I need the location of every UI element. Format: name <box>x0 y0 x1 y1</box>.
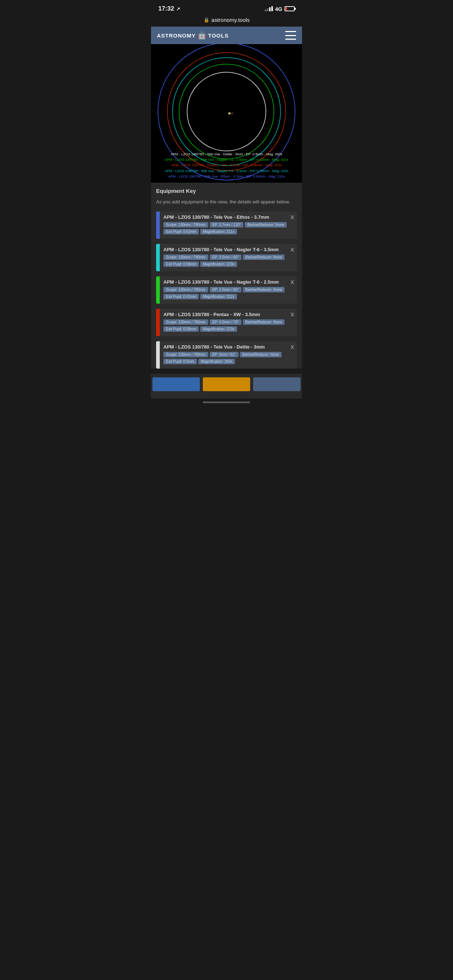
eq-close-delite[interactable]: X <box>291 344 294 350</box>
eq-tag-mag-n25: Magnification: 312x <box>200 294 237 299</box>
svg-point-2 <box>172 57 281 165</box>
eq-content-nagler-35: APM - LZOS 130/780 - Tele Vue - Nagler T… <box>160 244 297 271</box>
signal-bars <box>265 6 273 11</box>
eq-color-ethos <box>156 212 160 239</box>
equipment-key-header: Equipment Key <box>156 188 297 194</box>
equipment-key-desc: As you add equipment to the view, the de… <box>156 198 297 205</box>
eq-tag-scope-dl: Scope: 130mm / 780mm <box>163 352 208 357</box>
eq-tag-scope-n25: Scope: 130mm / 780mm <box>163 287 208 293</box>
bottom-tab-3[interactable] <box>253 377 301 391</box>
svg-point-5 <box>228 112 231 115</box>
eq-tag-barlow: Barlow/Reducer: None <box>245 222 287 228</box>
fov-canvas: APM - LZOS 130/780 - Tele Vue - Delite -… <box>151 44 302 183</box>
eq-tag-scope-n35: Scope: 130mm / 780mm <box>163 255 208 260</box>
eq-tags-pentax: Scope: 130mm / 780mm EP: 3.5mm / 70° Bar… <box>163 320 293 332</box>
location-icon: ↗ <box>176 6 180 12</box>
equipment-item-nagler-25: APM - LZOS 130/780 - Tele Vue - Nagler T… <box>156 276 297 304</box>
eq-content-pentax: APM - LZOS 130/780 - Pentax - XW - 3.5mm… <box>160 309 297 336</box>
eq-content-ethos: APM - LZOS 130/780 - Tele Vue - Ethos - … <box>160 212 297 239</box>
eq-tag-mag-n35: Magnification: 223x <box>200 261 237 267</box>
status-icons: 4G <box>265 6 295 12</box>
fov-label-nagler-25: APM - LZOS 130/780 - Tele Vue - Nagler T… <box>151 157 302 162</box>
eq-tag-mag: Magnification: 211x <box>200 229 237 234</box>
home-indicator-bar <box>203 401 250 403</box>
eq-close-pentax[interactable]: X <box>291 312 294 318</box>
equipment-item-pentax: APM - LZOS 130/780 - Pentax - XW - 3.5mm… <box>156 309 297 336</box>
svg-point-3 <box>179 64 274 159</box>
eq-tag-scope-px: Scope: 130mm / 780mm <box>163 320 208 325</box>
svg-point-6 <box>231 113 233 114</box>
eq-content-delite: APM - LZOS 130/780 - Tele Vue - Delite -… <box>160 341 297 369</box>
eq-title-pentax: APM - LZOS 130/780 - Pentax - XW - 3.5mm <box>163 312 293 317</box>
eq-tags-nagler-25: Scope: 130mm / 780mm EP: 2.5mm / 82° Bar… <box>163 287 293 299</box>
fov-labels: APM - LZOS 130/780 - Tele Vue - Delite -… <box>151 151 302 179</box>
eq-color-nagler-35 <box>156 244 160 271</box>
bottom-tab-2[interactable] <box>203 377 250 391</box>
eq-tag-ep-px: EP: 3.5mm / 70° <box>210 320 241 325</box>
eq-tag-scope: Scope: 130mm / 780mm <box>163 222 208 228</box>
battery-icon <box>284 6 295 11</box>
eq-tags-ethos: Scope: 130mm / 780mm EP: 3.7mm / 110° Ba… <box>163 222 293 234</box>
eq-close-nagler-35[interactable]: X <box>291 247 294 253</box>
eq-title-delite: APM - LZOS 130/780 - Tele Vue - Delite -… <box>163 344 293 350</box>
bottom-tabs <box>151 374 302 398</box>
url-text[interactable]: astronomy.tools <box>212 17 250 23</box>
eq-color-nagler-25 <box>156 276 160 304</box>
fov-label-pentax: APM - LZOS 130/780 - Pentax - XW - 3.5mm… <box>151 162 302 168</box>
robot-icon: 🤖 <box>197 31 207 40</box>
equipment-item-ethos: APM - LZOS 130/780 - Tele Vue - Ethos - … <box>156 212 297 239</box>
logo-text-2: TOOLS <box>208 32 229 39</box>
svg-point-4 <box>187 72 266 151</box>
eq-tag-exit-pupil-px: Exit Pupil: 0.58mm <box>163 326 199 332</box>
eq-title-nagler-25: APM - LZOS 130/780 - Tele Vue - Nagler T… <box>163 279 293 285</box>
nav-header: ASTRONOMY 🤖 TOOLS <box>151 27 302 44</box>
status-time: 17:32 <box>158 5 174 13</box>
eq-tag-barlow-px: Barlow/Reducer: None <box>243 320 285 325</box>
eq-tag-mag-px: Magnification: 223x <box>200 326 237 332</box>
address-bar: 🔒 astronomy.tools <box>151 15 302 27</box>
eq-tag-ep-dl: EP: 3mm / 62° <box>210 352 239 357</box>
eq-tag-barlow-n35: Barlow/Reducer: None <box>243 255 285 260</box>
network-type: 4G <box>275 6 282 12</box>
eq-tag-exit-pupil-dl: Exit Pupil: 0.5mm <box>163 359 197 364</box>
eq-tag-barlow-dl: Barlow/Reducer: None <box>240 352 282 357</box>
eq-close-ethos[interactable]: X <box>291 215 294 220</box>
eq-color-delite <box>156 341 160 369</box>
equipment-item-nagler-35: APM - LZOS 130/780 - Tele Vue - Nagler T… <box>156 244 297 271</box>
eq-close-nagler-25[interactable]: X <box>291 279 294 285</box>
eq-tag-barlow-n25: Barlow/Reducer: None <box>243 287 285 293</box>
eq-tag-ep: EP: 3.7mm / 110° <box>210 222 243 228</box>
eq-color-pentax <box>156 309 160 336</box>
eq-content-nagler-25: APM - LZOS 130/780 - Tele Vue - Nagler T… <box>160 276 297 304</box>
eq-tag-mag-dl: Magnification: 260x <box>198 359 235 364</box>
eq-tag-exit-pupil-n25: Exit Pupil: 0.42mm <box>163 294 199 299</box>
eq-tags-nagler-35: Scope: 130mm / 780mm EP: 3.5mm / 82° Bar… <box>163 255 293 267</box>
fov-label-delite: APM - LZOS 130/780 - Tele Vue - Delite -… <box>151 151 302 157</box>
eq-tag-exit-pupil-n35: Exit Pupil: 0.58mm <box>163 261 199 267</box>
status-bar: 17:32 ↗ 4G <box>151 0 302 15</box>
eq-tag-ep-n35: EP: 3.5mm / 82° <box>210 255 241 260</box>
eq-tags-delite: Scope: 130mm / 780mm EP: 3mm / 62° Barlo… <box>163 352 293 364</box>
eq-title-nagler-35: APM - LZOS 130/780 - Tele Vue - Nagler T… <box>163 247 293 252</box>
logo-text-1: ASTRONOMY <box>157 32 196 39</box>
bottom-tab-1[interactable] <box>152 377 200 391</box>
fov-label-nagler-35: APM - LZOS 130/780 - Tele Vue - Nagler T… <box>151 168 302 173</box>
eq-tag-exit-pupil: Exit Pupil: 0.62mm <box>163 229 199 234</box>
nav-logo: ASTRONOMY 🤖 TOOLS <box>157 31 229 40</box>
eq-tag-ep-n25: EP: 2.5mm / 82° <box>210 287 241 293</box>
eq-title-ethos: APM - LZOS 130/780 - Tele Vue - Ethos - … <box>163 215 293 220</box>
hamburger-menu-button[interactable] <box>285 31 296 40</box>
home-indicator <box>151 398 302 405</box>
fov-label-ethos: APM - LZOS 130/780 - Tele Vue - Ethos - … <box>151 173 302 179</box>
lock-icon: 🔒 <box>204 17 209 22</box>
equipment-item-delite: APM - LZOS 130/780 - Tele Vue - Delite -… <box>156 341 297 369</box>
equipment-section: Equipment Key As you add equipment to th… <box>151 183 302 369</box>
